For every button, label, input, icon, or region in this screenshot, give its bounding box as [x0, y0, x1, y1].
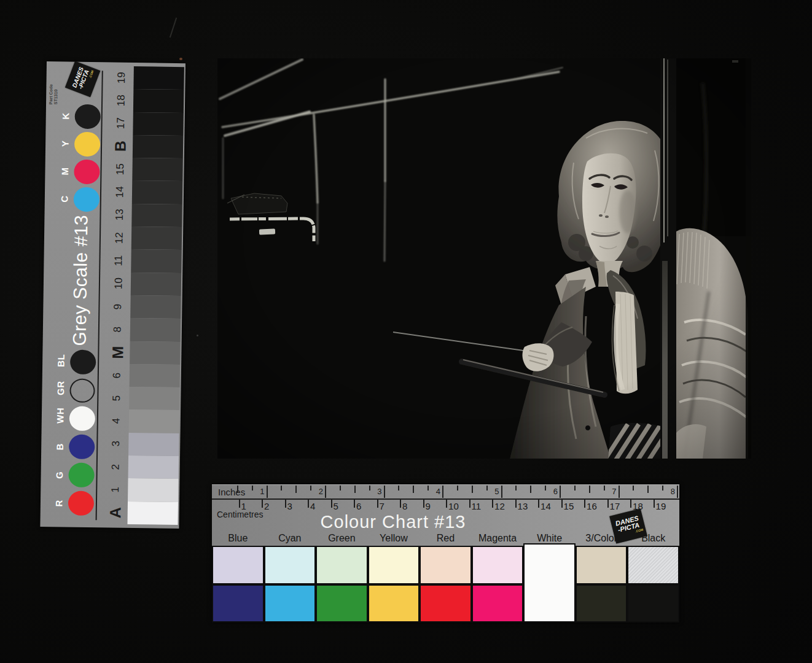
dot-row-wh: WH: [55, 404, 96, 433]
inch-tick: [369, 486, 370, 490]
cm-number-15: 15: [564, 501, 574, 511]
grey-step-15: [132, 158, 183, 181]
column-label-magenta: Magenta: [472, 533, 524, 544]
colour-labels-row: BlueCyanGreenYellowRedMagentaWhite3/Colo…: [212, 533, 679, 545]
grey-step-19: [133, 66, 184, 90]
inch-tick: [647, 486, 649, 493]
grey-step-M: [130, 341, 181, 365]
column-magenta: [472, 546, 524, 622]
vignette: [217, 58, 751, 459]
inch-tick: [325, 486, 326, 498]
grey-step-label-4: 4: [106, 409, 128, 433]
danes-picta-logo: DANES -PICTA .COM: [65, 61, 100, 98]
inch-tick: [340, 486, 341, 490]
dot-label-y: Y: [60, 139, 71, 149]
scan-background: { "logo": { "line1": "DANES", "line2": "…: [0, 0, 812, 663]
grey-scale-title: Grey Scale #13: [69, 185, 92, 376]
cm-number-17: 17: [610, 501, 620, 511]
inch-tick: [530, 486, 531, 493]
inch-tick: [237, 486, 238, 493]
cmyk-dot-column: KYMC: [60, 102, 101, 213]
dot-row-g: G: [54, 460, 95, 489]
calibration-dot-k: [74, 104, 101, 129]
cm-number-3: 3: [287, 501, 292, 511]
rust-speck: [179, 58, 182, 60]
cm-tick: [262, 500, 263, 508]
column-label-cyan: Cyan: [264, 533, 316, 544]
dot-row-c: C: [60, 185, 100, 213]
dust-speck: [197, 335, 198, 336]
scratch-mark: [170, 18, 177, 38]
cm-tick: [492, 500, 493, 508]
grey-step-11: [131, 249, 182, 273]
grey-step-B: [133, 135, 184, 158]
patch-yellow-saturated: [368, 584, 420, 622]
dot-label-r: R: [53, 498, 64, 508]
inch-tick: [427, 486, 429, 490]
cm-tick: [239, 500, 240, 508]
grey-step-label-6: 6: [106, 363, 129, 387]
inch-number-4: 4: [432, 487, 440, 496]
grey-step-label-5: 5: [106, 387, 128, 410]
grey-step-label-9: 9: [107, 295, 130, 318]
inch-tick: [281, 486, 282, 490]
grey-step-3: [128, 433, 179, 456]
grey-step-label-2: 2: [105, 455, 128, 478]
patch-yellow-light: [368, 546, 420, 584]
cm-number-8: 8: [402, 501, 407, 511]
cm-number-9: 9: [426, 501, 431, 511]
cm-number-2: 2: [264, 501, 269, 511]
grey-step-14: [132, 180, 183, 204]
patch-magenta-saturated: [472, 584, 524, 622]
patch-black-saturated: [627, 584, 679, 622]
inch-tick: [354, 486, 356, 493]
part-code: Part Code ST1310: [49, 68, 59, 104]
grey-step-12: [131, 227, 182, 250]
patch-3-color-saturated: [576, 584, 628, 622]
dot-label-m: M: [60, 166, 70, 176]
patch-cyan-saturated: [264, 584, 316, 622]
column-label-3-color: 3/Color: [576, 533, 628, 544]
cm-tick: [446, 500, 447, 508]
dot-label-b: B: [55, 441, 65, 451]
inch-tick: [472, 486, 473, 493]
inch-tick: [560, 486, 561, 498]
grey-step-17: [133, 112, 184, 136]
inch-tick: [398, 486, 399, 490]
inch-number-3: 3: [373, 487, 382, 496]
inches-label: Inches: [218, 487, 245, 497]
photograph: [217, 58, 751, 459]
column-black: [627, 546, 679, 622]
inch-tick: [252, 486, 253, 490]
inch-tick: [295, 486, 297, 493]
grey-step-6: [130, 364, 181, 387]
cm-number-14: 14: [541, 501, 551, 511]
column-label-white: White: [523, 533, 576, 544]
column-blue: [212, 546, 264, 622]
grey-step-18: [133, 89, 184, 112]
inch-tick: [310, 486, 311, 490]
column-white: [523, 546, 576, 622]
cm-number-1: 1: [241, 501, 246, 511]
grey-step-label-17: 17: [109, 112, 132, 135]
inch-tick: [633, 486, 634, 490]
cm-tick: [607, 500, 609, 508]
column-label-blue: Blue: [212, 533, 264, 544]
grey-step-label-18: 18: [110, 89, 133, 112]
patch-cyan-light: [264, 546, 316, 584]
grey-step-2: [128, 456, 179, 479]
dot-label-c: C: [59, 194, 69, 204]
column-yellow: [368, 546, 420, 622]
calibration-dot-b: [69, 435, 95, 460]
dot-row-y: Y: [60, 130, 101, 158]
cm-tick: [331, 500, 332, 508]
inch-tick: [619, 486, 620, 498]
grey-step-10: [131, 273, 182, 296]
inch-tick: [589, 486, 590, 493]
centimetres-label: Centimetres: [217, 510, 263, 519]
dot-row-r: R: [54, 489, 95, 518]
calibration-dot-r: [68, 491, 95, 516]
cm-tick: [584, 500, 585, 508]
column-green: [316, 546, 368, 622]
cm-tick: [561, 500, 563, 508]
